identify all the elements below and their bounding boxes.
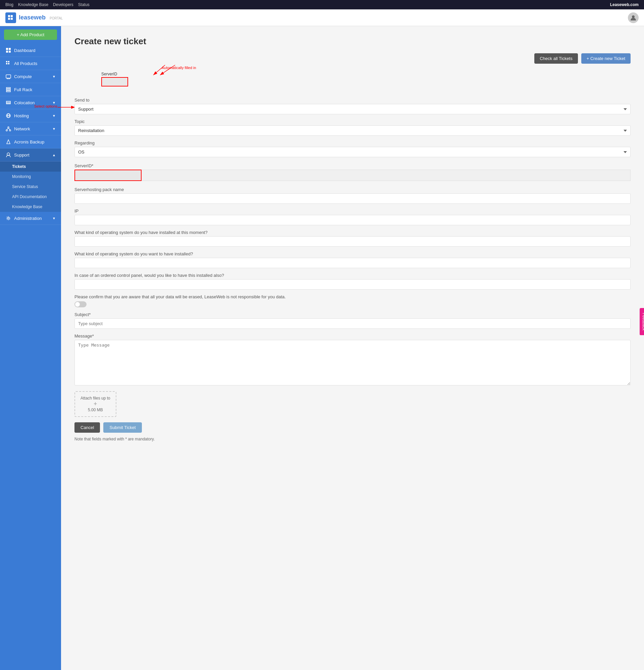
dashboard-icon [5,47,11,53]
topic-select[interactable]: Reinstallation General Network [75,125,631,136]
feedback-tab[interactable]: Feedback [640,308,644,335]
attach-size: 5.00 MB [88,407,103,412]
send-to-group: Select options Send to Support Sales Bil… [75,97,631,114]
all-products-icon [5,60,11,66]
regarding-select[interactable]: OS Hardware Network [75,147,631,157]
header-bar: leaseweb PORTAL [0,9,644,26]
server-id-field-filler [142,170,631,181]
svg-rect-10 [8,61,9,62]
server-id-highlight-box [75,170,142,181]
message-textarea[interactable] [75,340,631,386]
submit-ticket-button[interactable]: Submit Ticket [103,422,142,433]
sidebar-sub-monitoring[interactable]: Monitoring [0,172,61,182]
form-container: ServerID Automatically filled in Select … [75,72,631,441]
top-nav-links: Blog Knowledge Base Developers Status [5,2,90,7]
wanted-os-input[interactable] [75,258,631,268]
top-nav-blog[interactable]: Blog [5,2,13,7]
server-hosting-pack-input[interactable] [75,193,631,204]
ip-group: IP [75,209,631,225]
control-panel-group: In case of an ordered control panel, wou… [75,273,631,290]
topic-group: Topic Reinstallation General Network [75,119,631,136]
sidebar-item-compute[interactable]: Compute ▼ [0,70,61,83]
mandatory-note: Note that fields marked with * are manda… [75,437,631,441]
ip-input[interactable] [75,215,631,225]
current-os-input[interactable] [75,236,631,247]
auto-filled-annotation: Automatically filled in [162,66,196,70]
sidebar-item-hosting[interactable]: Hosting ▼ [0,109,61,122]
svg-rect-8 [9,51,11,53]
sidebar-sub-knowledge-base[interactable]: Knowledge Base [0,202,61,212]
top-nav-knowledge-base[interactable]: Knowledge Base [18,2,48,7]
user-avatar[interactable] [628,12,639,23]
server-id-field-group: ServerID* [75,162,631,182]
ip-label: IP [75,209,631,214]
top-nav-developers[interactable]: Developers [53,2,74,7]
sidebar-item-acronis[interactable]: Acronis Backup [0,135,61,148]
message-group: Message* [75,334,631,387]
attach-plus-icon: + [80,401,110,407]
sidebar-item-support[interactable]: Support ▲ [0,148,61,162]
support-chevron: ▲ [52,153,56,157]
sidebar-item-full-rack-label: Full Rack [14,87,32,92]
sidebar-item-dashboard-label: Dashboard [14,48,36,53]
create-new-ticket-button[interactable]: + Create new Ticket [581,53,631,64]
administration-chevron: ▼ [52,216,56,220]
svg-rect-9 [6,61,8,62]
action-bar: Check all Tickets + Create new Ticket [75,53,631,64]
current-os-label: What kind of operating system do you hav… [75,230,631,235]
svg-rect-1 [11,15,13,17]
subject-label: Subject* [75,312,631,317]
sidebar-item-administration[interactable]: Administration ▼ [0,212,61,225]
sidebar-item-administration-label: Administration [14,216,42,221]
sidebar-item-network-label: Network [14,126,30,131]
confirm-text: Please confirm that you are aware that a… [75,294,631,299]
subject-input[interactable] [75,318,631,329]
svg-rect-20 [6,101,10,104]
send-to-select[interactable]: Support Sales Billing [75,104,631,114]
select-options-annotation: Select options [34,104,57,108]
wanted-os-group: What kind of operating system do you wan… [75,251,631,268]
top-nav-status[interactable]: Status [78,2,90,7]
server-id-top-box [101,77,128,86]
sidebar-item-full-rack[interactable]: Full Rack [0,83,61,96]
page-title: Create new ticket [75,36,631,46]
server-id-field-label: ServerID* [75,163,631,168]
svg-point-4 [632,15,635,18]
attach-files-box[interactable]: Attach files up to + 5.00 MB [75,391,116,417]
sidebar-sub-tickets[interactable]: Tickets [0,162,61,172]
logo-text: leaseweb [19,14,45,21]
svg-rect-2 [8,18,10,20]
sidebar-item-network[interactable]: Network ▼ [0,122,61,135]
confirm-toggle[interactable] [75,301,87,307]
sidebar-item-dashboard[interactable]: Dashboard [0,44,61,57]
topic-label: Topic [75,119,631,124]
add-product-button[interactable]: + Add Product [4,29,57,40]
logo-icon [5,12,16,23]
support-icon [5,152,11,158]
regarding-group: Regarding OS Hardware Network [75,140,631,157]
sidebar-item-all-products[interactable]: All Products [0,57,61,70]
confirm-group: Please confirm that you are aware that a… [75,294,631,307]
svg-rect-19 [6,91,10,92]
svg-rect-17 [6,88,10,89]
sidebar-sub-api-docs[interactable]: API Documentation [0,192,61,202]
sidebar-sub-service-status[interactable]: Service Status [0,182,61,192]
top-nav-right: Leaseweb.com [610,2,639,7]
full-rack-icon [5,86,11,93]
acronis-icon [5,139,11,145]
cancel-button[interactable]: Cancel [75,422,100,433]
top-nav: Blog Knowledge Base Developers Status Le… [0,0,644,9]
check-all-tickets-button[interactable]: Check all Tickets [534,53,578,64]
message-label: Message* [75,334,631,338]
sidebar-item-compute-label: Compute [14,74,32,79]
control-panel-input[interactable] [75,279,631,290]
layout: + Add Product Dashboard All Products Com… [0,26,644,670]
server-hosting-pack-group: Serverhosting pack name [75,187,631,204]
sidebar: + Add Product Dashboard All Products Com… [0,26,61,670]
site-name: Leaseweb.com [610,2,639,7]
svg-point-27 [6,130,8,131]
portal-text: PORTAL [50,16,63,20]
svg-rect-0 [8,15,10,17]
svg-rect-3 [11,18,13,20]
network-icon [5,126,11,132]
